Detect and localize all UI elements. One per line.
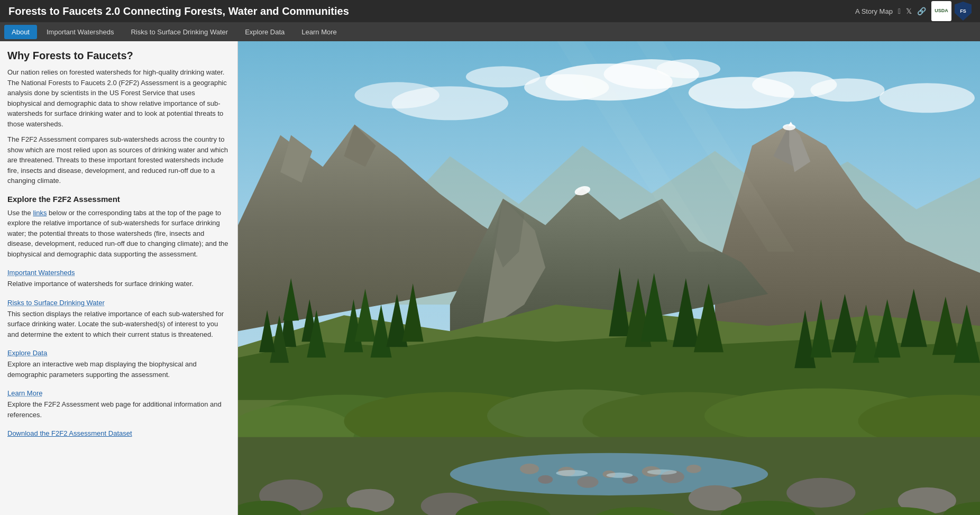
link3-title[interactable]: Explore Data xyxy=(7,349,47,357)
svg-point-69 xyxy=(556,470,588,476)
explore-para: Use the links below or the corresponding… xyxy=(7,208,230,260)
app-header: Forests to Faucets 2.0 Connecting Forest… xyxy=(0,0,980,22)
svg-point-9 xyxy=(880,83,975,113)
download-link[interactable]: Download the F2F2 Assessment Dataset xyxy=(7,429,132,437)
tab-learn-more[interactable]: Learn More xyxy=(294,25,344,39)
links-inline[interactable]: links xyxy=(33,209,47,217)
svg-point-76 xyxy=(786,478,855,508)
svg-point-10 xyxy=(466,66,540,87)
svg-point-63 xyxy=(577,476,598,488)
link4-block: Learn More Explore the F2F2 Assessment w… xyxy=(7,385,230,420)
explore-section-title: Explore the F2F2 Assessment xyxy=(7,195,230,204)
panel-title: Why Forests to Faucets? xyxy=(7,50,230,62)
app-title: Forests to Faucets 2.0 Connecting Forest… xyxy=(8,5,349,17)
nav-bar: About Important Watersheds Risks to Surf… xyxy=(0,22,980,41)
panel-para1: Our nation relies on forested watersheds… xyxy=(7,67,230,129)
svg-point-71 xyxy=(647,470,677,475)
usda-badge: USDA xyxy=(931,1,951,21)
facebook-icon[interactable]:  xyxy=(898,7,901,15)
link2-block: Risks to Surface Drinking Water This sec… xyxy=(7,295,230,340)
link2-title[interactable]: Risks to Surface Drinking Water xyxy=(7,299,105,307)
svg-point-6 xyxy=(810,78,884,102)
link3-block: Explore Data Explore an interactive web … xyxy=(7,345,230,380)
svg-point-60 xyxy=(520,464,539,474)
tab-risks[interactable]: Risks to Surface Drinking Water xyxy=(123,25,235,39)
svg-point-70 xyxy=(606,473,633,478)
svg-point-8 xyxy=(354,82,439,108)
link2-desc: This section displays the relative impor… xyxy=(7,309,230,340)
panel-para2: The F2F2 Assessment compares sub-watersh… xyxy=(7,134,230,186)
tab-about[interactable]: About xyxy=(4,25,37,39)
landscape-panel xyxy=(238,41,980,515)
tab-important-watersheds[interactable]: Important Watersheds xyxy=(39,25,121,39)
twitter-icon[interactable]: 𝕏 xyxy=(906,7,912,15)
link1-title[interactable]: Important Watersheds xyxy=(7,269,75,277)
link1-block: Important Watersheds Relative importance… xyxy=(7,264,230,289)
main-content: Why Forests to Faucets? Our nation relie… xyxy=(0,41,980,515)
usda-logo: USDA FS xyxy=(931,1,972,21)
fs-shield-badge: FS xyxy=(955,2,972,21)
link4-desc: Explore the F2F2 Assessment web page for… xyxy=(7,399,230,420)
story-map-label: A Story Map xyxy=(855,7,893,15)
svg-point-61 xyxy=(538,475,553,484)
left-panel[interactable]: Why Forests to Faucets? Our nation relie… xyxy=(0,41,238,515)
link-icon[interactable]: 🔗 xyxy=(917,7,926,15)
link1-desc: Relative importance of watersheds for su… xyxy=(7,279,230,289)
svg-point-68 xyxy=(686,465,701,473)
landscape-background xyxy=(238,41,980,515)
tab-explore-data[interactable]: Explore Data xyxy=(237,25,292,39)
link4-title[interactable]: Learn More xyxy=(7,389,42,397)
header-right: A Story Map  𝕏 🔗 USDA FS xyxy=(855,1,972,21)
landscape-svg xyxy=(238,41,980,515)
link3-desc: Explore an interactive web map displayin… xyxy=(7,359,230,380)
